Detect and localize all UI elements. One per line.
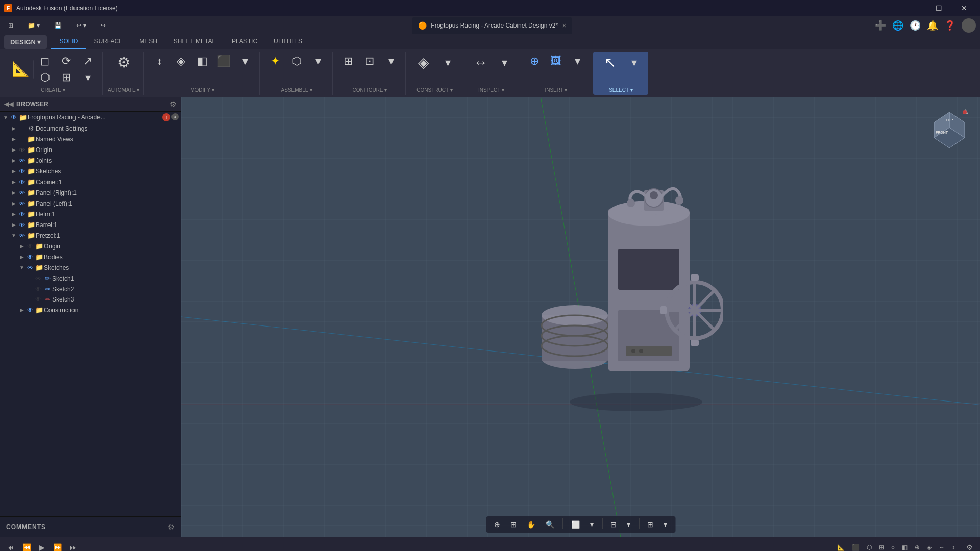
- inspect-more-button[interactable]: ▾: [494, 55, 514, 70]
- redo-button[interactable]: ↪: [96, 21, 110, 30]
- tree-helm[interactable]: ▶ 👁 📁 Helm:1: [0, 209, 181, 219]
- tool-1[interactable]: 📐: [834, 541, 848, 552]
- tree-document-settings[interactable]: ▶ 👁 ⚙ Document Settings: [0, 123, 181, 134]
- zoom-button[interactable]: 🔍: [542, 518, 558, 531]
- create-more-button[interactable]: ▾: [78, 70, 98, 85]
- construct-more-button[interactable]: ▾: [437, 55, 458, 70]
- loft-button[interactable]: ⬡: [35, 70, 55, 85]
- tool-2[interactable]: ⬛: [849, 541, 863, 552]
- insert-more-button[interactable]: ▾: [567, 54, 587, 69]
- timeline-end-button[interactable]: ⏭: [67, 541, 80, 552]
- active-tab[interactable]: 🟠 Frogtopus Racing - Arcade Cabinet Desi…: [412, 17, 572, 34]
- tool-9[interactable]: ↔: [936, 541, 948, 552]
- joint-button[interactable]: ⬡: [286, 54, 307, 69]
- create-sketch-button[interactable]: 📐: [8, 60, 34, 79]
- display-dropdown[interactable]: ▾: [623, 518, 634, 531]
- design-dropdown[interactable]: DESIGN ▾: [4, 35, 47, 49]
- tree-barrel[interactable]: ▶ 👁 📁 Barrel:1: [0, 219, 181, 230]
- chamfer-button[interactable]: ◧: [192, 54, 212, 69]
- maximize-button[interactable]: ☐: [927, 0, 950, 16]
- tree-sketch2[interactable]: 👁 ✏ Sketch2: [0, 284, 181, 294]
- tree-joints[interactable]: ▶ 👁 📁 Joints: [0, 155, 181, 166]
- tool-8[interactable]: ◈: [924, 541, 935, 552]
- insert-svg-button[interactable]: ⊕: [524, 54, 545, 69]
- tab-solid[interactable]: SOLID: [51, 35, 86, 49]
- tree-panel-left[interactable]: ▶ 👁 📁 Panel (Left):1: [0, 198, 181, 209]
- tool-4[interactable]: ⊞: [876, 541, 887, 552]
- tab-plastic[interactable]: PLASTIC: [224, 35, 265, 49]
- measure-button[interactable]: ↔: [468, 54, 493, 72]
- shell-button[interactable]: ⬛: [213, 54, 234, 69]
- tab-utilities[interactable]: UTILITIES: [265, 35, 310, 49]
- press-pull-button[interactable]: ↕: [149, 54, 169, 69]
- tree-pretzel-origin[interactable]: ▶ 👁 📁 Origin: [0, 241, 181, 252]
- view-cube-button[interactable]: ⬜: [567, 518, 584, 531]
- tool-10[interactable]: ↕: [949, 541, 958, 552]
- nav-cube[interactable]: TOP FRONT: [929, 107, 970, 148]
- history-icon[interactable]: 🕐: [910, 20, 921, 31]
- configure-table-button[interactable]: ⊞: [338, 54, 358, 69]
- save-button[interactable]: 💾: [50, 21, 66, 30]
- timeline-next-button[interactable]: ⏩: [50, 541, 65, 552]
- browser-collapse-arrow[interactable]: ◀◀: [4, 101, 13, 108]
- tree-pretzel-sketches[interactable]: ▼ 👁 📁 Sketches: [0, 262, 181, 273]
- grid-button[interactable]: ⊞: [643, 518, 657, 531]
- minimize-button[interactable]: —: [901, 0, 925, 16]
- tool-6[interactable]: ◧: [899, 541, 911, 552]
- add-icon[interactable]: ➕: [875, 20, 886, 31]
- sweep-button[interactable]: ↗: [78, 54, 98, 69]
- extrude-button[interactable]: ◻: [35, 54, 55, 69]
- select-button[interactable]: ↖: [597, 54, 623, 72]
- network-icon[interactable]: 🌐: [892, 20, 903, 31]
- assemble-more-button[interactable]: ▾: [308, 54, 328, 69]
- tree-named-views[interactable]: ▶ 👁 📁 Named Views: [0, 134, 181, 144]
- viewport[interactable]: ▲ TOP FRONT ⊕ ⊞ ✋ 🔍 ⬜ ▾: [181, 97, 980, 537]
- grid-dropdown[interactable]: ▾: [659, 518, 671, 531]
- rib-button[interactable]: ⊞: [56, 70, 77, 85]
- help-icon[interactable]: ❓: [944, 20, 955, 31]
- tab-mesh[interactable]: MESH: [131, 35, 165, 49]
- select-more-button[interactable]: ▾: [624, 55, 644, 70]
- timeline-start-button[interactable]: ⏮: [4, 541, 17, 552]
- tree-sketch1[interactable]: 👁 ✏ Sketch1: [0, 273, 181, 284]
- close-button[interactable]: ✕: [952, 0, 976, 16]
- tree-sketch3[interactable]: 👁 ✏ Sketch3: [0, 294, 181, 305]
- comments-settings-icon[interactable]: ⚙: [168, 523, 175, 531]
- revolve-button[interactable]: ⟳: [56, 54, 77, 69]
- tree-sketches[interactable]: ▶ 👁 📁 Sketches: [0, 166, 181, 177]
- fillet-button[interactable]: ◈: [170, 54, 191, 69]
- timeline-prev-button[interactable]: ⏪: [19, 541, 34, 552]
- tool-7[interactable]: ⊕: [912, 541, 923, 552]
- tool-5[interactable]: ○: [888, 541, 898, 552]
- settings-button[interactable]: ⚙: [963, 541, 976, 552]
- tab-sheet-metal[interactable]: SHEET METAL: [165, 35, 224, 49]
- pan-button[interactable]: ✋: [523, 518, 540, 531]
- fit-button[interactable]: ⊕: [490, 518, 504, 531]
- undo-button[interactable]: ↩ ▾: [72, 21, 90, 30]
- tab-surface[interactable]: SURFACE: [86, 35, 131, 49]
- user-avatar[interactable]: [962, 18, 976, 33]
- tree-origin[interactable]: ▶ 👁 📁 Origin: [0, 144, 181, 155]
- tool-3[interactable]: ⬡: [864, 541, 875, 552]
- tree-cabinet[interactable]: ▶ 👁 📁 Cabinet:1: [0, 177, 181, 187]
- tree-construction[interactable]: ▶ 👁 📁 Construction: [0, 305, 181, 315]
- configure-more-button[interactable]: ▾: [381, 54, 401, 69]
- timeline-play-button[interactable]: ▶: [36, 541, 48, 552]
- insert-image-button[interactable]: 🖼: [546, 54, 566, 69]
- automate-button[interactable]: ⚙: [111, 54, 136, 72]
- view-dropdown1[interactable]: ▾: [586, 518, 598, 531]
- new-component-button[interactable]: ✦: [265, 54, 285, 69]
- tree-panel-right[interactable]: ▶ 👁 📁 Panel (Right):1: [0, 187, 181, 198]
- tree-pretzel-bodies[interactable]: ▶ 👁 📁 Bodies: [0, 252, 181, 262]
- tree-root-item[interactable]: ▼ 👁 📁 Frogtopus Racing - Arcade... ! ●: [0, 112, 181, 123]
- modify-more-button[interactable]: ▾: [235, 54, 255, 69]
- zoom-all-button[interactable]: ⊞: [506, 518, 521, 531]
- configure-2-button[interactable]: ⊡: [359, 54, 380, 69]
- browser-settings-icon[interactable]: ⚙: [170, 100, 177, 108]
- grid-button[interactable]: ⊞: [4, 21, 17, 30]
- notification-icon[interactable]: 🔔: [927, 20, 938, 31]
- open-button[interactable]: 📁 ▾: [23, 21, 44, 30]
- tab-close-button[interactable]: ×: [562, 21, 566, 30]
- construct-plane-button[interactable]: ◈: [411, 54, 436, 72]
- tree-pretzel[interactable]: ▼ 👁 📁 Pretzel:1: [0, 230, 181, 241]
